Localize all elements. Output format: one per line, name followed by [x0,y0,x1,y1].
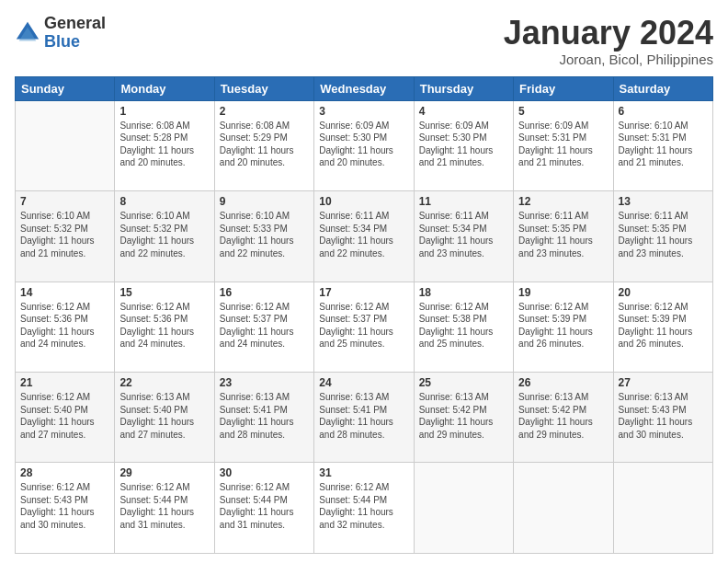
cell-info: Sunrise: 6:13 AM Sunset: 5:40 PM Dayligh… [119,391,209,441]
cell-date-number: 17 [319,286,408,299]
cell-info: Sunrise: 6:12 AM Sunset: 5:44 PM Dayligh… [220,481,309,531]
calendar-cell: 8Sunrise: 6:10 AM Sunset: 5:32 PM Daylig… [115,191,214,282]
col-monday: Monday [115,76,214,100]
cell-date-number: 27 [619,376,708,389]
cell-date-number: 26 [518,376,608,389]
cell-date-number: 3 [319,105,408,118]
logo-text: General Blue [44,15,106,52]
cell-info: Sunrise: 6:12 AM Sunset: 5:44 PM Dayligh… [119,481,209,531]
calendar-cell: 23Sunrise: 6:13 AM Sunset: 5:41 PM Dayli… [214,373,313,463]
cell-info: Sunrise: 6:13 AM Sunset: 5:43 PM Dayligh… [619,391,708,441]
cell-date-number: 28 [20,466,109,479]
cell-info: Sunrise: 6:12 AM Sunset: 5:43 PM Dayligh… [20,481,109,531]
calendar-cell: 12Sunrise: 6:11 AM Sunset: 5:35 PM Dayli… [514,191,613,282]
cell-date-number: 6 [619,105,708,118]
cell-info: Sunrise: 6:10 AM Sunset: 5:31 PM Dayligh… [619,120,708,169]
calendar-week-row: 7Sunrise: 6:10 AM Sunset: 5:32 PM Daylig… [16,191,713,282]
header: General Blue January 2024 Joroan, Bicol,… [15,15,713,67]
cell-date-number: 12 [518,195,608,208]
calendar-cell: 18Sunrise: 6:12 AM Sunset: 5:38 PM Dayli… [414,282,513,372]
cell-date-number: 5 [518,105,608,118]
cell-info: Sunrise: 6:12 AM Sunset: 5:39 PM Dayligh… [518,301,608,350]
calendar-cell: 27Sunrise: 6:13 AM Sunset: 5:43 PM Dayli… [613,373,712,463]
cell-info: Sunrise: 6:12 AM Sunset: 5:44 PM Dayligh… [319,481,408,531]
logo-general-text: General [44,15,106,33]
cell-info: Sunrise: 6:13 AM Sunset: 5:42 PM Dayligh… [419,391,508,441]
cell-info: Sunrise: 6:11 AM Sunset: 5:35 PM Dayligh… [518,210,608,259]
page: General Blue January 2024 Joroan, Bicol,… [0,0,728,563]
calendar-cell: 28Sunrise: 6:12 AM Sunset: 5:43 PM Dayli… [16,463,115,554]
calendar-cell: 26Sunrise: 6:13 AM Sunset: 5:42 PM Dayli… [514,373,613,463]
calendar-cell: 5Sunrise: 6:09 AM Sunset: 5:31 PM Daylig… [514,100,613,190]
logo-icon [15,20,40,46]
calendar-cell: 1Sunrise: 6:08 AM Sunset: 5:28 PM Daylig… [115,100,214,190]
cell-info: Sunrise: 6:12 AM Sunset: 5:39 PM Dayligh… [619,301,708,350]
logo-blue-text: Blue [44,33,106,52]
calendar-cell: 13Sunrise: 6:11 AM Sunset: 5:35 PM Dayli… [613,191,712,282]
cell-date-number: 10 [319,195,408,208]
calendar-cell: 21Sunrise: 6:12 AM Sunset: 5:40 PM Dayli… [16,373,115,463]
cell-date-number: 21 [20,376,109,389]
cell-date-number: 15 [119,286,209,299]
col-friday: Friday [514,76,613,100]
cell-info: Sunrise: 6:10 AM Sunset: 5:32 PM Dayligh… [119,210,209,259]
cell-date-number: 14 [20,286,109,299]
cell-date-number: 24 [319,376,408,389]
cell-date-number: 7 [20,195,109,208]
cell-info: Sunrise: 6:13 AM Sunset: 5:41 PM Dayligh… [319,391,408,441]
calendar-table: Sunday Monday Tuesday Wednesday Thursday… [15,76,713,554]
cell-date-number: 9 [220,195,309,208]
calendar-cell: 20Sunrise: 6:12 AM Sunset: 5:39 PM Dayli… [613,282,712,372]
cell-date-number: 4 [419,105,508,118]
cell-date-number: 2 [220,105,309,118]
cell-info: Sunrise: 6:11 AM Sunset: 5:34 PM Dayligh… [419,210,508,259]
cell-date-number: 18 [419,286,508,299]
calendar-cell: 24Sunrise: 6:13 AM Sunset: 5:41 PM Dayli… [314,373,414,463]
calendar-cell: 2Sunrise: 6:08 AM Sunset: 5:29 PM Daylig… [214,100,313,190]
cell-date-number: 16 [220,286,309,299]
logo: General Blue [15,15,106,52]
cell-info: Sunrise: 6:10 AM Sunset: 5:33 PM Dayligh… [220,210,309,259]
calendar-cell: 15Sunrise: 6:12 AM Sunset: 5:36 PM Dayli… [115,282,214,372]
cell-date-number: 25 [419,376,508,389]
cell-info: Sunrise: 6:12 AM Sunset: 5:36 PM Dayligh… [119,301,209,350]
cell-date-number: 23 [220,376,309,389]
calendar-cell [514,463,613,554]
calendar-cell: 7Sunrise: 6:10 AM Sunset: 5:32 PM Daylig… [16,191,115,282]
calendar-title: January 2024 [504,15,713,52]
col-tuesday: Tuesday [214,76,313,100]
cell-info: Sunrise: 6:13 AM Sunset: 5:42 PM Dayligh… [518,391,608,441]
cell-date-number: 13 [619,195,708,208]
cell-info: Sunrise: 6:11 AM Sunset: 5:34 PM Dayligh… [319,210,408,259]
cell-info: Sunrise: 6:08 AM Sunset: 5:28 PM Dayligh… [119,120,209,169]
cell-info: Sunrise: 6:12 AM Sunset: 5:40 PM Dayligh… [20,391,109,441]
cell-date-number: 29 [119,466,209,479]
calendar-cell: 29Sunrise: 6:12 AM Sunset: 5:44 PM Dayli… [115,463,214,554]
col-saturday: Saturday [613,76,712,100]
cell-date-number: 20 [619,286,708,299]
calendar-week-row: 14Sunrise: 6:12 AM Sunset: 5:36 PM Dayli… [16,282,713,372]
title-area: January 2024 Joroan, Bicol, Philippines [504,15,713,67]
cell-info: Sunrise: 6:12 AM Sunset: 5:37 PM Dayligh… [319,301,408,350]
calendar-header-row: Sunday Monday Tuesday Wednesday Thursday… [16,76,713,100]
calendar-week-row: 28Sunrise: 6:12 AM Sunset: 5:43 PM Dayli… [16,463,713,554]
calendar-cell: 3Sunrise: 6:09 AM Sunset: 5:30 PM Daylig… [314,100,414,190]
calendar-week-row: 21Sunrise: 6:12 AM Sunset: 5:40 PM Dayli… [16,373,713,463]
calendar-cell: 16Sunrise: 6:12 AM Sunset: 5:37 PM Dayli… [214,282,313,372]
calendar-cell: 22Sunrise: 6:13 AM Sunset: 5:40 PM Dayli… [115,373,214,463]
calendar-cell: 11Sunrise: 6:11 AM Sunset: 5:34 PM Dayli… [414,191,513,282]
cell-date-number: 1 [119,105,209,118]
calendar-cell: 14Sunrise: 6:12 AM Sunset: 5:36 PM Dayli… [16,282,115,372]
cell-info: Sunrise: 6:13 AM Sunset: 5:41 PM Dayligh… [220,391,309,441]
cell-info: Sunrise: 6:12 AM Sunset: 5:36 PM Dayligh… [20,301,109,350]
cell-date-number: 22 [119,376,209,389]
cell-info: Sunrise: 6:08 AM Sunset: 5:29 PM Dayligh… [220,120,309,169]
cell-info: Sunrise: 6:09 AM Sunset: 5:30 PM Dayligh… [319,120,408,169]
cell-date-number: 8 [119,195,209,208]
cell-info: Sunrise: 6:10 AM Sunset: 5:32 PM Dayligh… [20,210,109,259]
cell-date-number: 31 [319,466,408,479]
calendar-location: Joroan, Bicol, Philippines [504,52,713,67]
col-sunday: Sunday [16,76,115,100]
calendar-cell: 6Sunrise: 6:10 AM Sunset: 5:31 PM Daylig… [613,100,712,190]
calendar-cell: 4Sunrise: 6:09 AM Sunset: 5:30 PM Daylig… [414,100,513,190]
